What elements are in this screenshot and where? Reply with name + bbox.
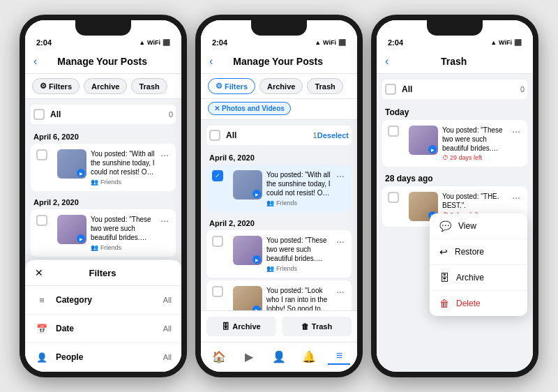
thumb-2c: ▶: [233, 286, 262, 310]
thumb-3a: ▶: [409, 126, 438, 155]
back-button-2[interactable]: ‹: [209, 55, 213, 68]
archive-label-3: Archive: [456, 273, 484, 282]
more-btn-2a[interactable]: ···: [335, 170, 346, 181]
tab-trash-1[interactable]: Trash: [131, 78, 167, 94]
checkbox-3a[interactable]: [388, 126, 399, 137]
thumb-1a: ▶: [57, 149, 86, 179]
filter-icon-1: ⚙: [40, 82, 47, 91]
back-button-1[interactable]: ‹: [33, 55, 37, 68]
nav-profile-2[interactable]: 👤: [268, 348, 290, 365]
signal-icon-3: ▲: [490, 39, 497, 46]
video-badge-3a: ▶: [428, 145, 437, 153]
nav-video-2[interactable]: ▶: [238, 348, 260, 365]
all-label-2: All: [226, 130, 313, 140]
friends-icon-1b: 👥: [91, 244, 98, 251]
more-btn-3a[interactable]: ···: [511, 126, 522, 137]
content-area-3: All 0 Today ▶ You posted: "These two wer…: [377, 74, 533, 372]
context-delete-3[interactable]: 🗑 Delete: [430, 291, 527, 316]
trash-btn-label-2: Trash: [312, 322, 332, 331]
chip-label-2: Photos and Videos: [222, 105, 285, 112]
checkbox-1a[interactable]: [36, 149, 47, 160]
context-restore-3[interactable]: ↩ Restore: [430, 239, 527, 265]
more-btn-1a[interactable]: ···: [159, 149, 170, 160]
tab-archive-2[interactable]: Archive: [259, 78, 303, 94]
status-icons-1: ▲ WiFi ⬛: [139, 39, 170, 46]
chip-close-icon-2[interactable]: ✕: [214, 105, 220, 112]
more-btn-3b[interactable]: ···: [511, 192, 522, 203]
all-checkbox-2[interactable]: [209, 130, 220, 141]
date-group-2b: April 2, 2020: [206, 215, 352, 230]
checkbox-2b[interactable]: [212, 236, 223, 247]
filter-row-category-1[interactable]: ≡ Category All: [25, 286, 181, 315]
screen-2: 2:04 ▲ WiFi ⬛ ‹ Manage Your Posts ⚙ Filt…: [201, 20, 357, 372]
signal-icon-2: ▲: [315, 39, 321, 46]
more-btn-1b[interactable]: ···: [159, 215, 170, 226]
post-text-1b: You posted: "These two were such beautif…: [91, 215, 155, 242]
view-label-3: View: [458, 221, 476, 231]
nav-bell-2[interactable]: 🔔: [298, 348, 320, 365]
section-today-3: Today: [382, 103, 527, 120]
delete-label-3: Delete: [456, 299, 481, 308]
restore-label-3: Restore: [455, 247, 484, 257]
delete-icon-3: 🗑: [439, 298, 449, 309]
trash-action-btn-2[interactable]: 🗑 Trash: [282, 317, 352, 336]
filter-chip-photos-2[interactable]: ✕ Photos and Videos: [208, 102, 291, 115]
clock-icon-3a: ⏱: [442, 154, 448, 161]
wifi-icon-2: WiFi: [323, 39, 336, 46]
filters-title-1: Filters: [49, 268, 156, 278]
tab-trash-2[interactable]: Trash: [307, 78, 342, 94]
friends-icon-2b: 👥: [266, 265, 274, 272]
context-menu-3: 💬 View ↩ Restore 🗄 Archive 🗑 Delete: [430, 213, 527, 316]
date-label-1: Date: [56, 324, 163, 333]
post-text-2b: You posted: "These two were such beautif…: [266, 236, 331, 263]
more-btn-2c[interactable]: ···: [335, 286, 346, 297]
post-meta-2a: 👥 Friends: [266, 199, 331, 206]
battery-icon-1: ⬛: [163, 39, 170, 46]
tab-filters-2[interactable]: ⚙ Filters: [208, 78, 255, 94]
post-info-3a: You posted: "These two were such beautif…: [442, 126, 506, 161]
all-label-1: All: [50, 110, 169, 119]
filters-close-btn-1[interactable]: ✕: [35, 267, 43, 278]
status-icons-3: ▲ WiFi ⬛: [490, 39, 522, 46]
page-header-1: ‹ Manage Your Posts: [25, 50, 181, 74]
post-meta-2b: 👥 Friends: [266, 265, 331, 272]
signal-icon-1: ▲: [139, 39, 145, 46]
nav-menu-2[interactable]: ≡: [328, 348, 350, 365]
category-value-1: All: [163, 296, 172, 304]
back-button-3[interactable]: ‹: [385, 55, 389, 68]
post-meta-1a: 👥 Friends: [91, 179, 155, 186]
meta-label-2a: Friends: [276, 199, 297, 206]
filter-row-people-1[interactable]: 👤 People All: [25, 343, 181, 372]
context-view-3[interactable]: 💬 View: [430, 213, 527, 239]
date-value-1: All: [163, 324, 172, 333]
tab-archive-1[interactable]: Archive: [84, 78, 127, 94]
all-checkbox-1[interactable]: [33, 109, 45, 120]
checkbox-2c[interactable]: [212, 286, 223, 297]
checkbox-3b[interactable]: [388, 192, 399, 203]
archive-action-btn-2[interactable]: 🗄 Archive: [206, 317, 276, 336]
context-archive-3[interactable]: 🗄 Archive: [430, 265, 527, 291]
post-text-1a: You posted: "With all the sunshine today…: [91, 149, 155, 176]
section-28days-3: 28 days ago: [382, 169, 527, 186]
time-3: 2:04: [388, 38, 403, 47]
tab-filters-1[interactable]: ⚙ Filters: [32, 78, 80, 94]
filter-row-date-1[interactable]: 📅 Date All: [25, 315, 181, 343]
post-meta-1b: 👥 Friends: [91, 244, 155, 251]
deselect-btn-2[interactable]: Deselect: [317, 131, 349, 140]
tabs-row-1: ⚙ Filters Archive Trash: [25, 74, 181, 99]
post-item-3a: ▶ You posted: "These two were such beaut…: [382, 120, 527, 167]
date-group-1a: April 6, 2020: [31, 128, 176, 144]
content-area-2: All 1 Deselect April 6, 2020 ▶ You pos: [201, 120, 357, 310]
more-btn-2b[interactable]: ···: [335, 236, 346, 247]
checkbox-2a[interactable]: [212, 170, 223, 181]
all-row-1: All 0: [31, 105, 176, 124]
all-checkbox-3[interactable]: [385, 84, 396, 95]
post-item-2c: ▶ You posted: "Look who I ran into in th…: [206, 280, 352, 310]
date-group-2a: April 6, 2020: [206, 149, 352, 165]
notch-1: [75, 20, 131, 36]
checkbox-1b[interactable]: [36, 215, 47, 226]
post-text-3a: You posted: "These two were such beautif…: [442, 126, 506, 153]
nav-home-2[interactable]: 🏠: [208, 348, 230, 365]
page-header-2: ‹ Manage Your Posts: [201, 50, 357, 74]
date-group-1b: April 2, 2020: [31, 194, 176, 209]
